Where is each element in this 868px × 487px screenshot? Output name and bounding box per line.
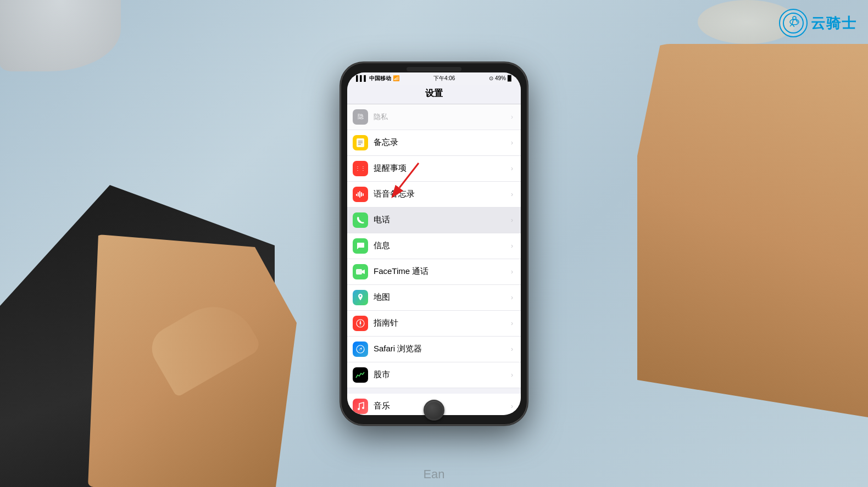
svg-rect-13 [359, 191, 360, 198]
svg-point-22 [357, 345, 364, 353]
facetime-arrow: › [511, 268, 513, 276]
reminders-label: 提醒事项 [374, 163, 511, 173]
phone-arrow: › [511, 216, 513, 224]
home-button[interactable] [424, 400, 444, 421]
svg-rect-16 [356, 269, 362, 275]
settings-list[interactable]: 隐 隐私 › 备忘录 › [347, 104, 521, 415]
safari-label: Safari 浏览器 [374, 344, 511, 354]
battery-percent: 49% [495, 75, 506, 81]
svg-marker-17 [362, 270, 365, 274]
phone-icon [353, 212, 368, 228]
carrier-name: 中国移动 [369, 75, 391, 82]
status-carrier: ▌▌▌ 中国移动 📶 [356, 75, 399, 82]
svg-point-0 [783, 13, 803, 33]
compass-icon-svg [355, 318, 365, 328]
stocks-label: 股市 [374, 370, 511, 380]
status-time: 下午4:06 [433, 75, 455, 82]
reminders-icon: ⋮⋮ [353, 161, 368, 176]
voice-icon [353, 187, 368, 202]
nav-title: 设置 [425, 88, 443, 98]
reminders-icon-char: ⋮⋮ [355, 165, 366, 171]
bottom-text: Ean [423, 467, 444, 482]
partial-label: 隐私 [374, 112, 511, 122]
watermark-icon [779, 9, 808, 37]
settings-row-stocks[interactable]: 股市 › [347, 362, 521, 388]
stocks-icon-svg [355, 371, 365, 379]
svg-point-25 [358, 408, 360, 410]
phone-label: 电话 [374, 215, 511, 225]
right-hand [637, 44, 868, 417]
svg-point-19 [360, 322, 361, 324]
maps-icon-svg [356, 293, 365, 302]
stocks-icon [353, 367, 368, 383]
messages-icon-svg [356, 242, 365, 250]
settings-row-notes[interactable]: 备忘录 › [347, 130, 521, 156]
svg-rect-12 [358, 192, 359, 197]
compass-label: 指南针 [374, 318, 511, 328]
svg-line-3 [792, 20, 793, 24]
svg-marker-21 [360, 324, 361, 327]
maps-label: 地图 [374, 292, 511, 303]
watermark: 云骑士 [779, 9, 857, 37]
safari-icon [353, 342, 368, 357]
settings-row-compass[interactable]: 指南针 › [347, 311, 521, 337]
svg-rect-15 [363, 193, 364, 196]
settings-row-messages[interactable]: 信息 › [347, 233, 521, 259]
compass-arrow: › [511, 320, 513, 327]
section-divider [347, 388, 521, 394]
facetime-label: FaceTime 通话 [374, 266, 511, 277]
notes-icon-svg [355, 138, 365, 148]
wifi-icon: 📶 [393, 75, 399, 81]
compass-icon [353, 316, 368, 331]
reminders-arrow: › [511, 165, 513, 172]
safari-icon-svg [355, 344, 365, 354]
voice-icon-svg [355, 189, 365, 199]
battery-icon: ▉ [508, 75, 512, 81]
svg-point-26 [362, 407, 364, 409]
location-icon: ⊙ [489, 75, 493, 81]
status-bar: ▌▌▌ 中国移动 📶 下午4:06 ⊙ 49% ▉ [347, 72, 521, 85]
messages-label: 信息 [374, 240, 511, 251]
safari-arrow: › [511, 345, 513, 353]
watermark-text: 云骑士 [811, 14, 857, 33]
voice-arrow: › [511, 191, 513, 198]
stocks-arrow: › [511, 371, 513, 379]
partial-arrow: › [511, 113, 513, 121]
maps-arrow: › [511, 294, 513, 301]
svg-marker-24 [358, 348, 361, 351]
svg-rect-11 [356, 194, 357, 196]
voice-label: 语音备忘录 [374, 189, 511, 199]
messages-icon [353, 238, 368, 254]
partial-icon: 隐 [353, 109, 368, 125]
settings-row-reminders[interactable]: ⋮⋮ 提醒事项 › [347, 156, 521, 182]
facetime-icon [353, 264, 368, 279]
messages-arrow: › [511, 242, 513, 250]
phone-frame: ▌▌▌ 中国移动 📶 下午4:06 ⊙ 49% ▉ 设置 隐 [341, 63, 527, 425]
status-battery: ⊙ 49% ▉ [489, 75, 512, 81]
svg-line-4 [790, 24, 792, 26]
maps-icon [353, 290, 368, 305]
phone-screen: ▌▌▌ 中国移动 📶 下午4:06 ⊙ 49% ▉ 设置 隐 [347, 72, 521, 415]
signal-bars: ▌▌▌ [356, 75, 368, 81]
settings-row-partial[interactable]: 隐 隐私 › [347, 104, 521, 130]
music-arrow: › [511, 402, 513, 410]
facetime-icon-svg [355, 268, 365, 276]
phone-icon-svg [356, 216, 365, 225]
nav-bar: 设置 [347, 85, 521, 104]
settings-row-voice[interactable]: 语音备忘录 › [347, 182, 521, 208]
notes-icon [353, 135, 368, 150]
settings-row-phone[interactable]: 电话 › [347, 208, 521, 233]
music-icon [353, 399, 368, 414]
settings-row-maps[interactable]: 地图 › [347, 285, 521, 311]
svg-rect-14 [361, 192, 362, 197]
music-icon-svg [357, 402, 364, 411]
settings-row-facetime[interactable]: FaceTime 通话 › [347, 259, 521, 285]
svg-marker-23 [360, 346, 363, 350]
svg-marker-20 [360, 320, 361, 323]
phone-speaker [407, 67, 461, 71]
settings-row-safari[interactable]: Safari 浏览器 › [347, 337, 521, 362]
yunqishi-logo-svg [782, 12, 804, 34]
notes-arrow: › [511, 139, 513, 147]
notes-label: 备忘录 [374, 137, 511, 148]
